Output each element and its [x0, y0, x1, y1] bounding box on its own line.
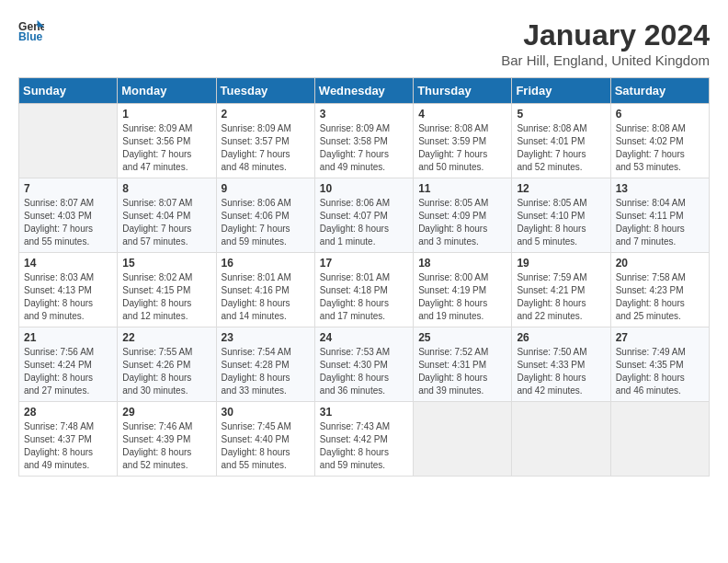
day-info: Sunrise: 7:56 AMSunset: 4:24 PMDaylight:… [24, 346, 112, 397]
table-row: 27Sunrise: 7:49 AMSunset: 4:35 PMDayligh… [610, 327, 709, 402]
day-info: Sunrise: 8:09 AMSunset: 3:58 PMDaylight:… [320, 122, 408, 174]
title-area: January 2024 Bar Hill, England, United K… [501, 18, 710, 68]
table-row: 3Sunrise: 8:09 AMSunset: 3:58 PMDaylight… [314, 104, 413, 178]
day-info: Sunrise: 8:06 AMSunset: 4:07 PMDaylight:… [320, 197, 408, 248]
day-info: Sunrise: 8:01 AMSunset: 4:16 PMDaylight:… [222, 271, 310, 323]
day-number: 25 [418, 331, 506, 344]
day-number: 10 [320, 182, 408, 195]
day-number: 8 [122, 182, 210, 195]
table-row: 8Sunrise: 8:07 AMSunset: 4:04 PMDaylight… [118, 178, 216, 253]
day-info: Sunrise: 7:45 AMSunset: 4:40 PMDaylight:… [222, 420, 310, 472]
table-row: 6Sunrise: 8:08 AMSunset: 4:02 PMDaylight… [610, 104, 709, 178]
table-row: 16Sunrise: 8:01 AMSunset: 4:16 PMDayligh… [216, 253, 314, 327]
table-row: 17Sunrise: 8:01 AMSunset: 4:18 PMDayligh… [314, 253, 413, 327]
day-number: 6 [616, 108, 704, 121]
col-tuesday: Tuesday [216, 78, 314, 104]
day-info: Sunrise: 8:05 AMSunset: 4:10 PMDaylight:… [517, 197, 605, 248]
day-info: Sunrise: 8:09 AMSunset: 3:56 PMDaylight:… [122, 122, 210, 174]
calendar-title: January 2024 [501, 18, 710, 52]
table-row: 22Sunrise: 7:55 AMSunset: 4:26 PMDayligh… [118, 327, 216, 402]
day-number: 9 [222, 182, 310, 195]
day-info: Sunrise: 7:50 AMSunset: 4:33 PMDaylight:… [517, 346, 605, 397]
table-row: 14Sunrise: 8:03 AMSunset: 4:13 PMDayligh… [19, 253, 118, 327]
table-row: 1Sunrise: 8:09 AMSunset: 3:56 PMDaylight… [118, 104, 216, 178]
day-info: Sunrise: 8:08 AMSunset: 4:01 PMDaylight:… [517, 122, 605, 174]
table-row [414, 402, 512, 477]
day-number: 28 [24, 406, 112, 419]
table-row: 23Sunrise: 7:54 AMSunset: 4:28 PMDayligh… [216, 327, 314, 402]
day-number: 15 [122, 257, 210, 270]
day-number: 22 [122, 331, 210, 344]
table-row [19, 104, 118, 178]
table-row [512, 402, 610, 477]
col-monday: Monday [118, 78, 216, 104]
table-row: 15Sunrise: 8:02 AMSunset: 4:15 PMDayligh… [118, 253, 216, 327]
table-row: 30Sunrise: 7:45 AMSunset: 4:40 PMDayligh… [216, 402, 314, 477]
table-row: 24Sunrise: 7:53 AMSunset: 4:30 PMDayligh… [314, 327, 413, 402]
day-info: Sunrise: 8:02 AMSunset: 4:15 PMDaylight:… [122, 271, 210, 323]
day-info: Sunrise: 8:09 AMSunset: 3:57 PMDaylight:… [222, 122, 310, 174]
day-info: Sunrise: 8:01 AMSunset: 4:18 PMDaylight:… [320, 271, 408, 323]
svg-text:Blue: Blue [18, 30, 43, 43]
day-info: Sunrise: 8:07 AMSunset: 4:04 PMDaylight:… [122, 197, 210, 248]
day-number: 23 [222, 331, 310, 344]
calendar-week-row: 7Sunrise: 8:07 AMSunset: 4:03 PMDaylight… [19, 178, 710, 253]
day-info: Sunrise: 8:04 AMSunset: 4:11 PMDaylight:… [616, 197, 704, 248]
calendar-week-row: 21Sunrise: 7:56 AMSunset: 4:24 PMDayligh… [19, 327, 710, 402]
calendar-week-row: 14Sunrise: 8:03 AMSunset: 4:13 PMDayligh… [19, 253, 710, 327]
table-row: 12Sunrise: 8:05 AMSunset: 4:10 PMDayligh… [512, 178, 610, 253]
col-saturday: Saturday [610, 78, 709, 104]
table-row: 10Sunrise: 8:06 AMSunset: 4:07 PMDayligh… [314, 178, 413, 253]
table-row: 28Sunrise: 7:48 AMSunset: 4:37 PMDayligh… [19, 402, 118, 477]
col-friday: Friday [512, 78, 610, 104]
day-number: 27 [616, 331, 704, 344]
table-row: 13Sunrise: 8:04 AMSunset: 4:11 PMDayligh… [610, 178, 709, 253]
day-number: 5 [517, 108, 605, 121]
col-thursday: Thursday [414, 78, 512, 104]
day-number: 14 [24, 257, 112, 270]
day-info: Sunrise: 8:06 AMSunset: 4:06 PMDaylight:… [222, 197, 310, 248]
day-number: 20 [616, 257, 704, 270]
day-info: Sunrise: 7:58 AMSunset: 4:23 PMDaylight:… [616, 271, 704, 323]
day-number: 16 [222, 257, 310, 270]
day-number: 4 [418, 108, 506, 121]
day-number: 11 [418, 182, 506, 195]
day-number: 30 [222, 406, 310, 419]
day-info: Sunrise: 8:03 AMSunset: 4:13 PMDaylight:… [24, 271, 112, 323]
calendar-week-row: 1Sunrise: 8:09 AMSunset: 3:56 PMDaylight… [19, 104, 710, 178]
table-row: 19Sunrise: 7:59 AMSunset: 4:21 PMDayligh… [512, 253, 610, 327]
day-number: 17 [320, 257, 408, 270]
day-number: 24 [320, 331, 408, 344]
day-info: Sunrise: 8:07 AMSunset: 4:03 PMDaylight:… [24, 197, 112, 248]
logo: General Blue [18, 18, 44, 44]
day-info: Sunrise: 7:59 AMSunset: 4:21 PMDaylight:… [517, 271, 605, 323]
day-number: 31 [320, 406, 408, 419]
day-info: Sunrise: 8:05 AMSunset: 4:09 PMDaylight:… [418, 197, 506, 248]
day-info: Sunrise: 7:52 AMSunset: 4:31 PMDaylight:… [418, 346, 506, 397]
table-row: 2Sunrise: 8:09 AMSunset: 3:57 PMDaylight… [216, 104, 314, 178]
day-info: Sunrise: 7:53 AMSunset: 4:30 PMDaylight:… [320, 346, 408, 397]
table-row: 25Sunrise: 7:52 AMSunset: 4:31 PMDayligh… [414, 327, 512, 402]
day-number: 19 [517, 257, 605, 270]
day-number: 13 [616, 182, 704, 195]
header: General Blue January 2024 Bar Hill, Engl… [18, 18, 710, 68]
day-info: Sunrise: 8:08 AMSunset: 4:02 PMDaylight:… [616, 122, 704, 174]
day-info: Sunrise: 7:54 AMSunset: 4:28 PMDaylight:… [222, 346, 310, 397]
day-info: Sunrise: 7:49 AMSunset: 4:35 PMDaylight:… [616, 346, 704, 397]
calendar-table: Sunday Monday Tuesday Wednesday Thursday… [18, 77, 710, 477]
day-number: 21 [24, 331, 112, 344]
col-sunday: Sunday [19, 78, 118, 104]
logo-icon: General Blue [18, 18, 44, 44]
day-number: 18 [418, 257, 506, 270]
day-number: 7 [24, 182, 112, 195]
table-row [610, 402, 709, 477]
table-row: 20Sunrise: 7:58 AMSunset: 4:23 PMDayligh… [610, 253, 709, 327]
day-number: 29 [122, 406, 210, 419]
table-row: 11Sunrise: 8:05 AMSunset: 4:09 PMDayligh… [414, 178, 512, 253]
table-row: 31Sunrise: 7:43 AMSunset: 4:42 PMDayligh… [314, 402, 413, 477]
day-number: 2 [222, 108, 310, 121]
day-info: Sunrise: 7:46 AMSunset: 4:39 PMDaylight:… [122, 420, 210, 472]
table-row: 21Sunrise: 7:56 AMSunset: 4:24 PMDayligh… [19, 327, 118, 402]
col-wednesday: Wednesday [314, 78, 413, 104]
calendar-subtitle: Bar Hill, England, United Kingdom [501, 52, 710, 68]
